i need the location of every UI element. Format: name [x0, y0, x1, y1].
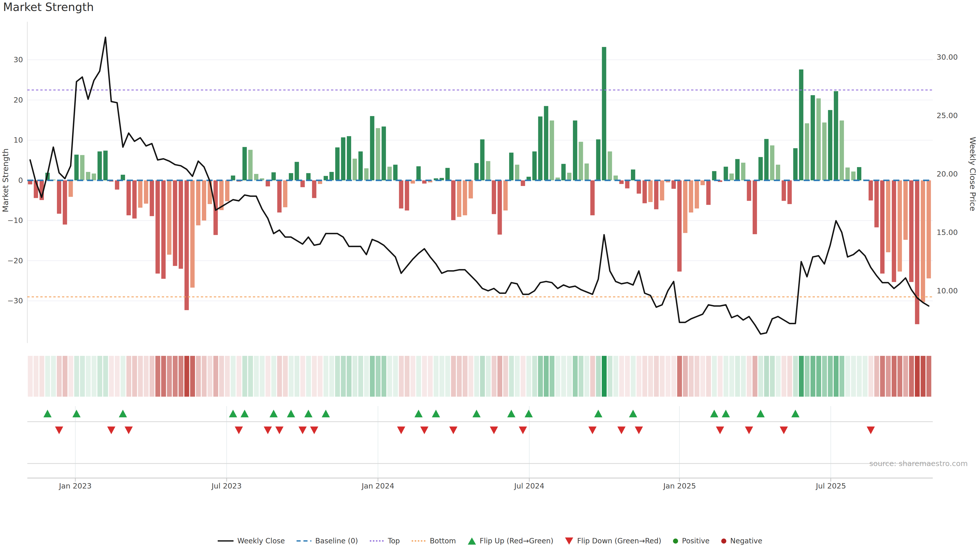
heatmap-cell	[915, 356, 920, 397]
left-tick-m20: −20	[0, 256, 23, 265]
flip-down-marker	[264, 427, 272, 434]
left-tick-10: 10	[0, 136, 23, 144]
heatmap-cell	[584, 356, 589, 397]
strength-bar	[596, 139, 600, 180]
strength-bar	[498, 180, 502, 235]
strength-bar	[770, 145, 774, 180]
strength-bar	[643, 180, 647, 203]
strength-bar	[637, 180, 641, 194]
x-tick-jul-2023: Jul 2023	[212, 482, 242, 490]
heatmap-cell	[613, 356, 618, 397]
flip-up-marker	[791, 410, 800, 417]
left-tick-m10: −10	[0, 216, 23, 225]
left-tick-m30: −30	[0, 297, 23, 305]
heatmap-cell	[283, 356, 288, 397]
left-tick-30: 30	[0, 56, 23, 64]
strength-bar	[80, 155, 84, 180]
strength-bar	[840, 121, 844, 180]
strength-bar	[695, 180, 699, 208]
strength-bar	[503, 180, 508, 210]
strength-bar	[480, 139, 484, 180]
strength-bar	[173, 180, 177, 266]
heatmap-cell	[770, 356, 775, 397]
strength-bar	[127, 180, 131, 215]
heatmap-cell	[869, 356, 873, 397]
heatmap-cell	[277, 356, 282, 397]
heatmap-cell	[590, 356, 595, 397]
flip-down-marker	[310, 427, 318, 434]
flip-up-marker	[304, 410, 312, 417]
heatmap-cell	[358, 356, 363, 397]
strength-bar	[266, 180, 270, 186]
heatmap-cell	[97, 356, 102, 397]
strength-bar	[358, 151, 363, 180]
strength-bar	[185, 180, 189, 310]
heatmap-cell	[741, 356, 746, 397]
strength-bar	[92, 173, 96, 180]
strength-bar	[573, 121, 577, 180]
heatmap-cell	[179, 356, 183, 397]
heatmap-cell	[619, 356, 624, 397]
strength-bar	[156, 180, 160, 273]
source-credit: source: sharemaestro.com	[869, 459, 968, 468]
flip-up-marker	[269, 410, 278, 417]
strength-bar	[132, 180, 137, 219]
market-strength-dashboard: Market Strength Market Strength Weekly C…	[0, 0, 980, 551]
strength-bar	[683, 180, 687, 233]
strength-bar	[729, 173, 734, 180]
heatmap-cell	[776, 356, 780, 397]
heatmap-cell	[538, 356, 543, 397]
heatmap-cell	[190, 356, 195, 397]
heatmap-cell	[503, 356, 508, 397]
strength-bar	[115, 180, 119, 189]
heatmap-cell	[671, 356, 676, 397]
heatmap-cell	[439, 356, 444, 397]
flip-up-marker	[43, 410, 52, 417]
strength-bar	[161, 180, 165, 279]
legend-label: Top	[388, 537, 400, 545]
strength-bar	[242, 147, 247, 180]
heatmap-cell	[822, 356, 827, 397]
heatmap-cell	[874, 356, 879, 397]
heatmap-cell	[909, 356, 914, 397]
strength-bar	[741, 163, 746, 180]
right-tick-25: 25.00	[937, 111, 958, 120]
heatmap-cell	[683, 356, 688, 397]
strength-bar	[469, 180, 473, 198]
strength-bar	[68, 180, 73, 197]
strength-bar	[347, 136, 351, 180]
heatmap-cell	[694, 356, 699, 397]
strength-bar	[782, 180, 786, 201]
legend-item-positive: Positive	[673, 537, 710, 545]
flip-down-marker	[55, 427, 63, 434]
right-tick-15: 15.00	[937, 228, 958, 237]
heatmap-cell	[271, 356, 276, 397]
heatmap-cell	[39, 356, 44, 397]
heatmap-cell	[28, 356, 33, 397]
strength-bar	[816, 98, 821, 180]
flip-down-marker	[275, 427, 283, 434]
heatmap-cell	[115, 356, 120, 397]
heatmap-cell	[62, 356, 67, 397]
heatmap-cell	[666, 356, 670, 397]
flip-down-marker	[519, 427, 527, 434]
heatmap-cell	[138, 356, 143, 397]
heatmap-cell	[347, 356, 352, 397]
flip-up-marker	[287, 410, 295, 417]
right-axis-title: Weekly Close Price	[967, 134, 977, 214]
heatmap-cell	[886, 356, 891, 397]
strength-bar	[631, 169, 635, 180]
heatmap-cell	[306, 356, 311, 397]
left-tick-20: 20	[0, 96, 23, 104]
heatmap-cell	[828, 356, 833, 397]
heatmap-cell	[167, 356, 172, 397]
heatmap-cell	[926, 356, 931, 397]
heatmap-cell	[109, 356, 114, 397]
strength-bar	[805, 123, 809, 180]
legend-label: Baseline (0)	[315, 537, 358, 545]
strength-bar	[272, 172, 276, 181]
strength-bar	[886, 180, 891, 252]
flip-up-marker	[73, 410, 81, 417]
heatmap-cell	[34, 356, 38, 397]
flip-down-marker	[490, 427, 498, 434]
